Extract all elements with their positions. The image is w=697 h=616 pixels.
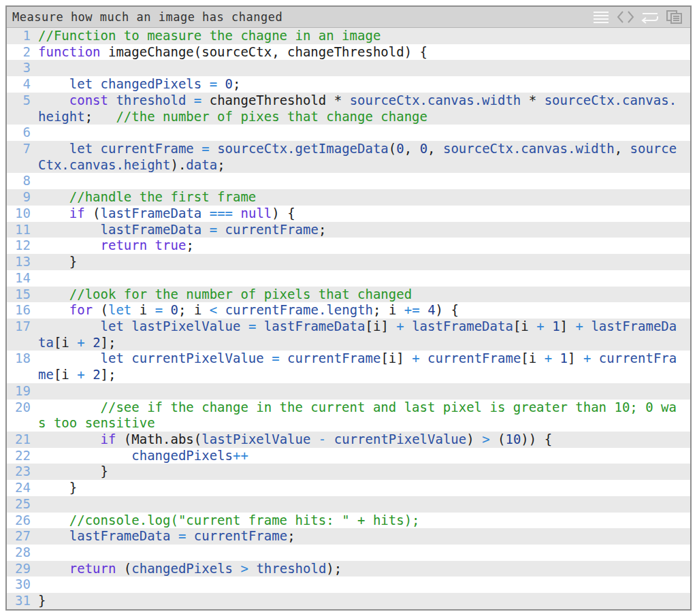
code-line: 6 [7,125,690,141]
line-number: 15 [7,287,38,303]
code-icon[interactable] [617,10,634,25]
line-number: 6 [7,125,38,141]
code-text: for (let i = 0; i < currentFrame.length;… [38,302,681,319]
code-line: 31} [7,593,690,609]
code-text: return (changedPixels > threshold); [38,561,681,577]
code-text [38,496,681,513]
code-line: 21 if (Math.abs(lastPixelValue - current… [7,432,690,448]
code-line: 25 [7,496,690,513]
line-number: 14 [7,270,38,287]
line-number: 19 [7,383,38,400]
code-line: 14 [7,270,690,287]
code-text: } [38,254,681,270]
line-number: 22 [7,448,38,464]
code-line: 2function imageChange(sourceCtx, changeT… [7,44,690,61]
line-number: 18 [7,351,38,383]
wrap-icon[interactable] [641,10,659,25]
code-line: 17 let lastPixelValue = lastFrameData[i]… [7,319,690,351]
code-line: 4 let changedPixels = 0; [7,76,690,93]
code-text: //Function to measure the chagne in an i… [38,28,681,44]
title-bar-actions [592,10,683,25]
code-text: let currentPixelValue = currentFrame[i] … [38,351,681,383]
code-text: let currentFrame = sourceCtx.getImageDat… [38,141,681,173]
code-text: //see if the change in the current and l… [38,400,681,432]
code-text [38,60,681,76]
line-number: 11 [7,222,38,238]
line-number: 12 [7,238,38,254]
line-number: 5 [7,93,38,125]
line-number: 25 [7,496,38,513]
code-line: 12 return true; [7,238,690,254]
code-text: } [38,593,681,609]
line-number: 10 [7,206,38,222]
line-number: 26 [7,513,38,529]
code-line: 24 } [7,480,690,496]
line-number: 24 [7,480,38,496]
code-text: let changedPixels = 0; [38,76,681,93]
code-lines: 1//Function to measure the chagne in an … [7,28,690,609]
code-line: 29 return (changedPixels > threshold); [7,561,690,577]
code-text [38,173,681,189]
code-text: //console.log("current frame hits: " + h… [38,513,681,529]
code-line: 1//Function to measure the chagne in an … [7,28,690,44]
code-line: 27 lastFrameData = currentFrame; [7,528,690,545]
line-number: 16 [7,302,38,319]
code-line: 19 [7,383,690,400]
code-line: 3 [7,60,690,76]
line-number: 9 [7,189,38,206]
line-number: 1 [7,28,38,44]
code-line: 10 if (lastFrameData === null) { [7,206,690,222]
code-text [38,545,681,561]
copy-icon[interactable] [666,10,683,25]
line-number: 8 [7,173,38,189]
code-text: return true; [38,238,681,254]
code-text: lastFrameData = currentFrame; [38,528,681,545]
code-text: if (Math.abs(lastPixelValue - currentPix… [38,432,681,448]
code-line: 7 let currentFrame = sourceCtx.getImageD… [7,141,690,173]
code-line: 28 [7,545,690,561]
menu-icon[interactable] [592,10,610,25]
code-embed-widget: Measure how much an image has changed [5,5,692,611]
code-line: 26 //console.log("current frame hits: " … [7,513,690,529]
code-text: lastFrameData = currentFrame; [38,222,681,238]
code-text: function imageChange(sourceCtx, changeTh… [38,44,681,61]
code-line: 18 let currentPixelValue = currentFrame[… [7,351,690,383]
line-number: 2 [7,44,38,61]
code-line: 20 //see if the change in the current an… [7,400,690,432]
line-number: 31 [7,593,38,609]
code-text: changedPixels++ [38,448,681,464]
code-line: 9 //handle the first frame [7,189,690,206]
code-line: 30 [7,577,690,593]
code-line: 5 const threshold = changeThreshold * so… [7,93,690,125]
line-number: 3 [7,60,38,76]
code-text [38,577,681,593]
code-text: if (lastFrameData === null) { [38,206,681,222]
code-text: } [38,464,681,480]
code-text [38,125,681,141]
title-bar: Measure how much an image has changed [7,7,690,28]
code-text [38,270,681,287]
code-text: //look for the number of pixels that cha… [38,287,681,303]
code-line: 15 //look for the number of pixels that … [7,287,690,303]
line-number: 20 [7,400,38,432]
code-text: } [38,480,681,496]
code-line: 23 } [7,464,690,480]
embed-title: Measure how much an image has changed [12,10,592,24]
code-text: //handle the first frame [38,189,681,206]
line-number: 29 [7,561,38,577]
code-text: let lastPixelValue = lastFrameData[i] + … [38,319,681,351]
code-line: 22 changedPixels++ [7,448,690,464]
code-text [38,383,681,400]
code-text: const threshold = changeThreshold * sour… [38,93,681,125]
code-line: 11 lastFrameData = currentFrame; [7,222,690,238]
code-line: 13 } [7,254,690,270]
code-line: 16 for (let i = 0; i < currentFrame.leng… [7,302,690,319]
line-number: 4 [7,76,38,93]
line-number: 23 [7,464,38,480]
line-number: 17 [7,319,38,351]
line-number: 13 [7,254,38,270]
line-number: 7 [7,141,38,173]
line-number: 30 [7,577,38,593]
line-number: 28 [7,545,38,561]
line-number: 21 [7,432,38,448]
